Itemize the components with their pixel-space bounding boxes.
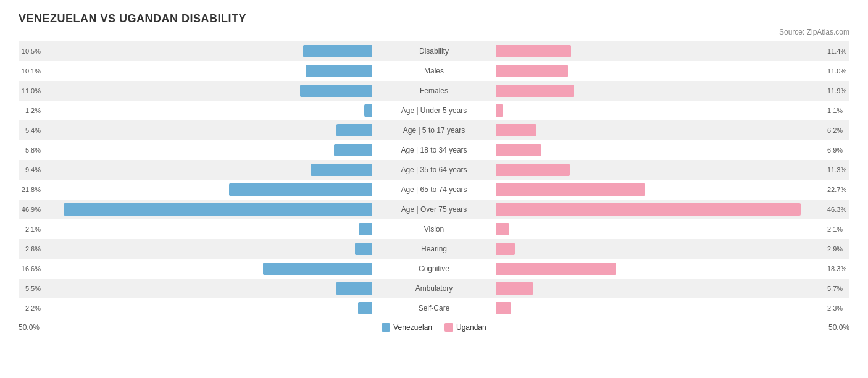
right-bar-container: [496, 65, 825, 77]
right-bar-container: [496, 124, 825, 136]
right-value: 11.3%: [827, 166, 849, 174]
source-credit: Source: ZipAtlas.com: [19, 28, 849, 36]
left-bar-container: [43, 282, 372, 295]
left-bar-container: [43, 104, 372, 117]
right-value: 6.9%: [827, 146, 849, 154]
right-bar-container: [496, 282, 825, 295]
right-section: 11.4%: [496, 41, 849, 61]
row-label: Age | 35 to 64 years: [372, 166, 496, 174]
row-label: Age | Over 75 years: [372, 205, 496, 214]
left-value: 5.4%: [19, 127, 41, 134]
left-bar-container: [43, 262, 372, 275]
blue-bar: [336, 124, 372, 136]
legend-item: Ugandan: [444, 323, 486, 332]
left-value: 2.2%: [19, 304, 41, 312]
right-value: 11.4%: [827, 48, 849, 55]
pink-bar: [496, 144, 541, 156]
row-label: Hearing: [372, 245, 496, 253]
right-bar-container: [496, 104, 825, 117]
row-label: Cognitive: [372, 264, 496, 273]
right-bar-container: [496, 144, 825, 156]
footer: 50.0% Venezuelan Ugandan 50.0%: [19, 323, 849, 332]
chart-row: 1.2% Age | Under 5 years 1.1%: [19, 101, 849, 120]
right-value: 5.7%: [827, 285, 849, 292]
blue-bar: [64, 203, 372, 216]
page-title: VENEZUELAN VS UGANDAN DISABILITY: [19, 12, 849, 25]
right-value: 6.2%: [827, 127, 849, 134]
chart-row: 2.2% Self-Care 2.3%: [19, 298, 849, 318]
right-value: 46.3%: [827, 206, 849, 213]
pink-bar: [496, 203, 801, 216]
left-value: 2.6%: [19, 245, 41, 253]
chart-row: 21.8% Age | 65 to 74 years 22.7%: [19, 180, 849, 200]
chart-row: 16.6% Cognitive 18.3%: [19, 259, 849, 279]
row-label: Age | 65 to 74 years: [372, 185, 496, 194]
row-label: Vision: [372, 225, 496, 233]
right-value: 2.9%: [827, 245, 849, 253]
left-section: 21.8%: [19, 180, 372, 200]
right-section: 11.0%: [496, 61, 849, 81]
pink-bar: [496, 85, 574, 97]
blue-bar: [364, 104, 372, 117]
legend-color-swatch: [382, 323, 390, 332]
left-section: 5.8%: [19, 140, 372, 160]
pink-bar: [496, 302, 511, 314]
left-value: 21.8%: [19, 186, 41, 193]
left-section: 10.5%: [19, 41, 372, 61]
chart-row: 2.6% Hearing 2.9%: [19, 239, 849, 259]
row-label: Age | Under 5 years: [372, 106, 496, 115]
right-value: 18.3%: [827, 265, 849, 272]
chart-row: 5.4% Age | 5 to 17 years 6.2%: [19, 120, 849, 140]
right-section: 5.7%: [496, 279, 849, 298]
legend: Venezuelan Ugandan: [49, 323, 819, 332]
left-bar-container: [43, 85, 372, 97]
left-value: 11.0%: [19, 87, 41, 94]
right-value: 1.1%: [827, 107, 849, 114]
chart-row: 5.8% Age | 18 to 34 years 6.9%: [19, 140, 849, 160]
left-value: 5.5%: [19, 285, 41, 292]
legend-label: Venezuelan: [393, 323, 432, 332]
row-label: Self-Care: [372, 304, 496, 313]
left-section: 16.6%: [19, 259, 372, 279]
blue-bar: [336, 282, 372, 295]
blue-bar: [358, 302, 372, 314]
right-bar-container: [496, 164, 825, 176]
blue-bar: [263, 262, 372, 275]
left-bar-container: [43, 164, 372, 176]
left-section: 9.4%: [19, 160, 372, 180]
right-bar-container: [496, 183, 825, 196]
right-section: 46.3%: [496, 200, 849, 219]
right-bar-container: [496, 262, 825, 275]
left-value: 16.6%: [19, 265, 41, 272]
left-value: 9.4%: [19, 166, 41, 174]
right-value: 11.0%: [827, 67, 849, 75]
row-label: Females: [372, 86, 496, 95]
right-section: 11.3%: [496, 160, 849, 180]
right-value: 2.1%: [827, 225, 849, 233]
left-bar-container: [43, 302, 372, 314]
left-section: 2.6%: [19, 239, 372, 259]
pink-bar: [496, 124, 536, 136]
chart-row: 5.5% Ambulatory 5.7%: [19, 279, 849, 298]
blue-bar: [355, 243, 372, 255]
left-section: 5.5%: [19, 279, 372, 298]
chart-area: 10.5% Disability 11.4% 10.1% Males 11.0%: [19, 41, 849, 318]
footer-left-label: 50.0%: [19, 323, 49, 332]
pink-bar: [496, 65, 568, 77]
pink-bar: [496, 243, 515, 255]
blue-bar: [306, 65, 372, 77]
left-section: 1.2%: [19, 101, 372, 120]
right-value: 11.9%: [827, 87, 849, 94]
right-bar-container: [496, 243, 825, 255]
left-value: 10.5%: [19, 48, 41, 55]
chart-row: 10.5% Disability 11.4%: [19, 41, 849, 61]
right-bar-container: [496, 203, 825, 216]
right-section: 18.3%: [496, 259, 849, 279]
pink-bar: [496, 45, 571, 57]
right-section: 22.7%: [496, 180, 849, 200]
right-value: 22.7%: [827, 186, 849, 193]
legend-color-swatch: [444, 323, 453, 332]
pink-bar: [496, 164, 570, 176]
right-section: 1.1%: [496, 101, 849, 120]
blue-bar: [359, 223, 372, 235]
